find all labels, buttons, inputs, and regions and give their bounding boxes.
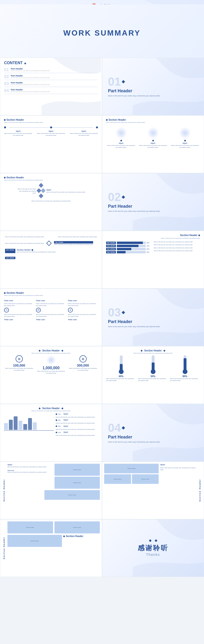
row-3: Section Header Here is the text for you … — [0, 116, 204, 173]
big-numbers-grid: ⊕ 100,000 Here is the text for you enter… — [4, 355, 98, 374]
keywords-list: Here is the text for you enter any comme… — [4, 234, 98, 261]
num-icon-3: ⊕ — [79, 355, 87, 362]
toc-item: 02 Part Header Here is the text for you … — [4, 74, 98, 80]
bar-chart-area — [4, 413, 54, 436]
progress-track-1 — [117, 242, 146, 244]
thanks-sub-text: Thanks — [138, 553, 169, 556]
slide-picture-layout-a: Section Header TEXT Here is the text for… — [0, 462, 102, 519]
thermo-1: 40% Here is the text for you enter any c… — [106, 355, 136, 382]
progress-fill-3 — [117, 248, 131, 250]
thermo-tube-3 — [184, 355, 187, 370]
slide-thermometers: Section Header Here is the text for you … — [102, 346, 204, 404]
blob-text-2: TEXT — [151, 142, 155, 144]
thermo-fill-1 — [120, 364, 123, 370]
text-bar-1: TEXT — [63, 413, 68, 415]
pic-b-placeholder-2: Picture Here — [104, 474, 131, 484]
pct-bar-2: 56% — [58, 420, 63, 421]
blob-item-3: TEXT Here is the text for you enter any … — [170, 127, 200, 148]
blob-text-3: TEXT — [182, 142, 187, 144]
part-num-row: 01 — [108, 76, 198, 88]
chart-text-row-1: 71% TEXT — [56, 413, 98, 415]
pic-c-row-1: Picture Here Picture Here — [7, 522, 100, 534]
big-num-3: 300,000 — [68, 364, 98, 367]
slide-big-numbers: Section Header Here is the text for you … — [0, 346, 102, 404]
kw-row-1: Here is the text for you enter any comme… — [5, 236, 97, 238]
num-desc-2: Here is the text for you enter any comme… — [36, 370, 66, 374]
thermo-pct-1: 40% — [119, 375, 123, 378]
slide-part-header-03: 03 Part Header Here is the text for you … — [102, 288, 204, 346]
section-desc-6a: Here is the text for you enter any comme… — [4, 295, 98, 296]
tl-col3-desc: Here is the text for you enter any comme… — [68, 303, 98, 307]
pct-1: 90% — [147, 242, 152, 244]
text-bar-3: TEXT — [63, 425, 68, 428]
kw-desc-1: Here is the text for you enter any comme… — [5, 242, 44, 244]
diamond-text-title: TEXT — [46, 189, 85, 191]
section-header-4a: Section Header — [4, 176, 98, 179]
slide-bar-chart: Section Header Here is the text for you … — [0, 404, 102, 462]
thermo-bulb-3 — [183, 369, 188, 374]
section-header-7b: Section Header — [141, 349, 165, 352]
section-header-3a: Section Header — [4, 118, 98, 121]
section-header-5b: Section Header — [106, 234, 200, 236]
slide-picture-layout-c: Section Header Picture Here Picture Here… — [0, 519, 102, 577]
dot-3 — [56, 426, 57, 427]
progress-fill-4 — [117, 251, 126, 253]
section-header-7b-wrap: Section Header Here is the text for you … — [106, 349, 200, 354]
pic-b-text-title: TEXT — [160, 464, 197, 466]
tl-col1-text2: Here is the text for you enter any comme… — [4, 314, 34, 318]
toc-item: 03 Part Header Here is the text for you … — [4, 82, 98, 87]
tl-col-3: Time Line Here is the text for you enter… — [68, 300, 98, 321]
timeline-icons-grid: Time Line Here is the text for you enter… — [4, 300, 98, 321]
slide-keywords: Here is the text for you enter any comme… — [0, 231, 102, 288]
part-num-row-03: 03 — [108, 307, 198, 318]
rotated-label-a: Section Header — [2, 464, 6, 517]
timeline-dot-2 — [50, 126, 52, 128]
part-diamond-03 — [122, 310, 125, 314]
diamond-mid-row — [37, 189, 45, 193]
picture-layout-b-content: Picture Here Picture Here Picture Here T… — [104, 464, 197, 517]
part-desc-04: Here is the text for you enter any comme… — [108, 441, 198, 444]
section-desc-4a: Here is the text for you enter any comme… — [4, 179, 98, 181]
part-num-01: 01 — [108, 76, 121, 88]
diamond-bottom-text: Here is the text for you enter any comme… — [31, 200, 70, 202]
kw-label-1: KEY WORD — [106, 242, 116, 244]
pct-bar-3: 35% — [58, 426, 63, 427]
progress-fill-2 — [117, 245, 139, 247]
bar-6 — [28, 418, 32, 430]
blob-diamond-3 — [184, 140, 186, 142]
pic-text-col: TEXT Here is the text for you enter any … — [7, 464, 53, 489]
pct-2: 75% — [147, 245, 152, 247]
blob-item-1: TEXT Here is the text for you enter any … — [106, 127, 136, 148]
slide-toc: CONTENT 01 Part Header Here is the text … — [0, 58, 102, 116]
bar-chart-layout: 71% TEXT Here is the text for you enter … — [4, 413, 98, 436]
chart-desc-4: Here is the text for you enter any comme… — [56, 434, 98, 436]
blob-desc-3: Here is the text for you enter any comme… — [170, 144, 200, 148]
part-desc-01: Here is the text for you enter any comme… — [108, 94, 198, 97]
tl-col2-desc: Here is the text for you enter any comme… — [36, 303, 66, 307]
section-desc-3b: Here is the text for you enter any comme… — [106, 122, 200, 123]
part-title-03: Part Header — [108, 319, 198, 324]
progress-bars-left: KEY WORD 90% KEY WORD 75% KEY WORD — [106, 241, 152, 254]
chart-text-row-3: 35% TEXT — [56, 425, 98, 428]
chart-text-row-2: 56% TEXT — [56, 419, 98, 421]
section-header-8a: Section Header — [39, 407, 63, 410]
row-10: Section Header Picture Here Picture Here… — [0, 519, 204, 577]
part-diamond-02 — [122, 195, 125, 198]
rotated-label-b: Section Header — [198, 464, 202, 517]
bar-3 — [14, 416, 17, 430]
toc-item: 04 Part Header Here is the text for you … — [4, 88, 98, 94]
section-header-6a: Section Header — [4, 292, 98, 294]
pic-b-row-1: Picture Here Picture Here Picture Here T… — [104, 464, 197, 484]
row-6: Section Header Here is the text for you … — [0, 288, 204, 346]
tl-text-2: TEXT — [37, 130, 65, 132]
bar-2 — [9, 420, 13, 430]
kw-badge-1: KEY WORD — [5, 249, 15, 253]
tl-col3-text2: Here is the text for you enter any comme… — [68, 314, 98, 318]
tl-col3-title: Time Line — [68, 300, 98, 302]
picture-layout-c-content: Picture Here Picture Here Picture Here S… — [7, 522, 100, 575]
pct-bar-4: 12% — [58, 432, 63, 433]
tl-icon-2: ✉ — [36, 308, 41, 312]
tl-col1-desc: Here is the text for you enter any comme… — [4, 303, 34, 307]
pic-timeline-desc: Here is the text for you enter any comme… — [7, 471, 53, 473]
tl-icon-1: ⊙ — [4, 308, 9, 312]
